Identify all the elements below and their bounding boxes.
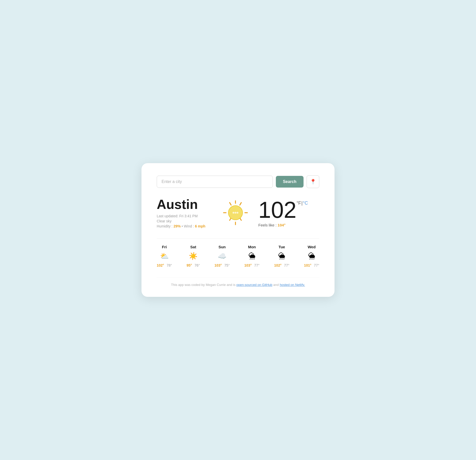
feels-like-label: Feels like : xyxy=(258,223,278,227)
forecast-day: Fri ⛅ 102° 78° xyxy=(157,245,172,267)
svg-line-6 xyxy=(230,203,231,205)
temp-high: 95° xyxy=(187,263,192,267)
day-label: Fri xyxy=(162,245,167,249)
location-button[interactable]: 📍 xyxy=(307,175,319,188)
svg-point-11 xyxy=(237,212,239,214)
day-icon: 🌦 xyxy=(277,251,287,261)
forecast-day: Mon 🌦 103° 77° xyxy=(244,245,260,267)
forecast-row: Fri ⛅ 102° 78° Sat ☀️ 95° 76° Sun ☁️ 103… xyxy=(157,238,319,267)
temp-high: 103° xyxy=(244,263,252,267)
netlify-link[interactable]: hosted on Netlify. xyxy=(280,283,305,287)
humidity-value: 29% xyxy=(173,224,181,228)
temp-low: 76° xyxy=(195,263,200,267)
forecast-day: Sun ☁️ 103° 75° xyxy=(214,245,230,267)
footer-text-middle: and xyxy=(272,283,280,287)
temp-low: 78° xyxy=(167,263,172,267)
sun-container xyxy=(218,199,253,227)
day-temps: 102° 77° xyxy=(274,263,289,267)
temp-main: 102 °F | °C xyxy=(258,198,308,221)
temp-low: 77° xyxy=(284,263,289,267)
day-label: Sat xyxy=(190,245,196,249)
wind-value: 6 mph xyxy=(195,224,205,228)
day-temps: 101° 77° xyxy=(304,263,319,267)
forecast-day: Sat ☀️ 95° 76° xyxy=(187,245,200,267)
current-weather: Austin Last updated: Fri 3:41 PM Clear s… xyxy=(157,197,319,228)
weather-info: Austin Last updated: Fri 3:41 PM Clear s… xyxy=(157,197,218,228)
sun-icon xyxy=(221,199,249,227)
day-icon: ⛅ xyxy=(159,251,169,261)
day-label: Wed xyxy=(308,245,315,249)
pin-icon: 📍 xyxy=(310,179,316,185)
temperature-value: 102 xyxy=(258,198,296,221)
day-temps: 95° 76° xyxy=(187,263,200,267)
temp-high: 103° xyxy=(214,263,222,267)
github-link[interactable]: open-sourced on GitHub xyxy=(236,283,273,287)
temp-display: 102 °F | °C Feels like : 104° xyxy=(253,198,319,227)
footer: This app was coded by Megan Currie and i… xyxy=(157,278,319,287)
temp-high: 102° xyxy=(157,263,164,267)
feels-like-value: 104° xyxy=(278,223,285,227)
search-button[interactable]: Search xyxy=(276,176,304,188)
weather-card: Search 📍 Austin Last updated: Fri 3:41 P… xyxy=(141,163,335,297)
city-name: Austin xyxy=(157,197,218,212)
day-temps: 103° 75° xyxy=(214,263,230,267)
day-label: Sun xyxy=(218,245,226,249)
svg-point-10 xyxy=(235,212,236,214)
temp-low: 77° xyxy=(254,263,260,267)
temp-low: 75° xyxy=(224,263,230,267)
humidity-sep: • Wind : xyxy=(181,224,195,228)
unit-c[interactable]: °C xyxy=(303,201,308,206)
temp-high: 102° xyxy=(274,263,281,267)
feels-like: Feels like : 104° xyxy=(258,223,285,227)
unit-f[interactable]: °F xyxy=(296,201,301,206)
day-temps: 102° 78° xyxy=(157,263,172,267)
forecast-day: Tue 🌦 102° 77° xyxy=(274,245,289,267)
day-icon: ☁️ xyxy=(217,251,227,261)
svg-line-4 xyxy=(240,203,241,205)
temp-unit-row: °F | °C xyxy=(296,201,308,206)
unit-separator: | xyxy=(301,201,303,206)
last-updated: Last updated: Fri 3:41 PM xyxy=(157,214,218,218)
temp-high: 101° xyxy=(304,263,311,267)
search-row: Search 📍 xyxy=(157,175,319,188)
day-label: Mon xyxy=(248,245,256,249)
forecast-day: Wed 🌦 101° 77° xyxy=(304,245,319,267)
sky-condition: Clear sky xyxy=(157,219,218,223)
footer-text-before: This app was coded by Megan Currie and i… xyxy=(171,283,236,287)
humidity-wind: Humidity : 29% • Wind : 6 mph xyxy=(157,224,218,228)
temp-low: 77° xyxy=(314,263,319,267)
svg-point-9 xyxy=(233,212,234,214)
day-icon: 🌦 xyxy=(307,251,317,261)
day-icon: 🌦 xyxy=(247,251,257,261)
day-icon: ☀️ xyxy=(188,251,198,261)
humidity-label: Humidity : xyxy=(157,224,173,228)
day-temps: 103° 77° xyxy=(244,263,260,267)
search-input[interactable] xyxy=(157,176,273,188)
day-label: Tue xyxy=(279,245,285,249)
